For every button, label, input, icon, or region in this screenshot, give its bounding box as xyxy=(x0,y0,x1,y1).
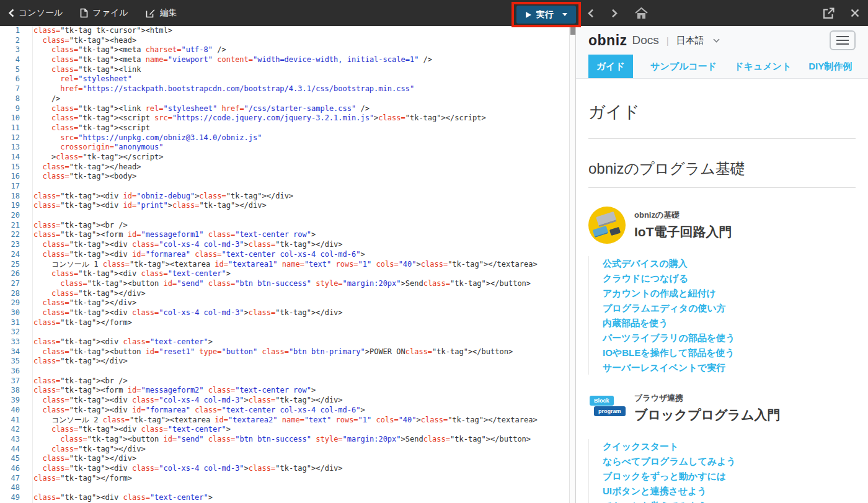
line-number: 21 xyxy=(0,221,27,231)
code-line[interactable]: 23 class="tk-tag"><div class="col-xs-4 c… xyxy=(0,240,569,250)
hamburger-menu-button[interactable] xyxy=(830,30,856,50)
code-line[interactable]: 8 /> xyxy=(0,94,569,104)
doc-link[interactable]: クイックスタート xyxy=(603,439,856,453)
code-line[interactable]: 24 class="tk-tag"><div id="formarea" cla… xyxy=(0,250,569,260)
doc-link[interactable]: UIボタンと連携させよう xyxy=(603,484,856,498)
code-line[interactable]: 49class="tk-tag"><div class="text-center… xyxy=(0,493,569,503)
doc-link[interactable]: サーバーレスイベントで実行 xyxy=(603,360,856,375)
line-number: 23 xyxy=(0,240,27,250)
code-line[interactable]: 31class="tk-tag"></form> xyxy=(0,318,569,328)
back-button[interactable] xyxy=(588,9,594,18)
code-line[interactable]: 13 crossorigin="anonymous" xyxy=(0,143,569,153)
code-text: class="tk-tag"><div class="col-xs-4 col-… xyxy=(27,308,343,318)
code-line[interactable]: 37class="tk-tag"><br /> xyxy=(0,376,569,386)
code-line[interactable]: 22class="tk-tag"><form id="messageform1"… xyxy=(0,230,569,240)
doc-link[interactable]: プログラムエディタの使い方 xyxy=(603,301,856,315)
code-line[interactable]: 21class="tk-tag"><br /> xyxy=(0,221,569,231)
code-line[interactable]: 45 class="tk-tag"></div> xyxy=(0,454,569,464)
code-line[interactable]: 6 rel="stylesheet" xyxy=(0,74,569,84)
close-button[interactable] xyxy=(851,9,859,17)
code-line[interactable]: 11 class="tk-tag"><script xyxy=(0,123,569,133)
code-line[interactable]: 40 class="tk-tag"><div id="formarea" cla… xyxy=(0,406,569,416)
doc-link[interactable]: アカウントの作成と紐付け xyxy=(603,286,856,300)
code-line[interactable]: 17 xyxy=(0,182,569,192)
code-lines: 1class="tk-tag tk-cursor"><html>2 class=… xyxy=(0,26,569,503)
code-line[interactable]: 12 src="https://unpkg.com/obniz@3.14.0/o… xyxy=(0,133,569,143)
tab-guide[interactable]: ガイド xyxy=(588,55,633,78)
code-line[interactable]: 1class="tk-tag tk-cursor"><html> xyxy=(0,26,569,36)
code-line[interactable]: 25 コンソール 1 class="tk-tag"><textarea id="… xyxy=(0,260,569,270)
code-line[interactable]: 26 class="tk-tag"><div class="text-cente… xyxy=(0,269,569,279)
code-line[interactable]: 42 class="tk-tag"><div class="text-cente… xyxy=(0,425,569,435)
code-line[interactable]: 30 class="tk-tag"><div class="col-xs-4 c… xyxy=(0,308,569,318)
tab-sample-code[interactable]: サンプルコード xyxy=(650,55,717,78)
doc-link[interactable]: クラウドにつなげる xyxy=(603,271,856,285)
line-number: 12 xyxy=(0,133,27,143)
console-button[interactable]: コンソール xyxy=(9,7,63,19)
code-line[interactable]: 41 コンソール 2 class="tk-tag"><textarea id="… xyxy=(0,416,569,425)
editor-scrollbar[interactable] xyxy=(569,26,575,503)
group-kicker: obnizの基礎 xyxy=(634,210,732,221)
code-line[interactable]: 43 class="tk-tag"><button id="send" clas… xyxy=(0,435,569,445)
code-line[interactable]: 20 xyxy=(0,211,569,221)
code-text: class="tk-tag"></div> xyxy=(27,445,146,455)
group-kicker: ブラウザ連携 xyxy=(634,393,780,404)
file-button[interactable]: ファイル xyxy=(80,7,128,19)
code-line[interactable]: 48 xyxy=(0,483,569,493)
run-button[interactable]: 実行 xyxy=(516,6,576,24)
code-line[interactable]: 38class="tk-tag"><form id="messageform2"… xyxy=(0,386,569,396)
code-line[interactable]: 5 class="tk-tag"><link xyxy=(0,65,569,75)
tab-document[interactable]: ドキュメント xyxy=(734,55,791,78)
code-text xyxy=(27,483,33,493)
code-line[interactable]: 33class="tk-tag"><div class="text-center… xyxy=(0,337,569,347)
edit-button[interactable]: 編集 xyxy=(146,7,177,19)
code-text: class="tk-tag"><button id="reset1" type=… xyxy=(27,347,513,357)
code-line[interactable]: 16 class="tk-tag"><body> xyxy=(0,172,569,182)
code-text: class="tk-tag"></form> xyxy=(27,318,132,328)
code-line[interactable]: 47class="tk-tag"></form> xyxy=(0,474,569,484)
code-line[interactable]: 44 class="tk-tag"></div> xyxy=(0,445,569,455)
code-line[interactable]: 39 class="tk-tag"><div class="col-xs-4 c… xyxy=(0,396,569,406)
doc-link[interactable]: パーツライブラリの部品を使う xyxy=(603,331,856,345)
code-line[interactable]: 9 class="tk-tag"><link rel="stylesheet" … xyxy=(0,104,569,114)
code-line[interactable]: 14 >class="tk-tag"></script> xyxy=(0,153,569,162)
code-text: class="tk-tag"><div class="col-xs-4 col-… xyxy=(27,240,343,250)
line-number: 49 xyxy=(0,493,27,503)
code-line[interactable]: 10 class="tk-tag"><script src="https://c… xyxy=(0,114,569,123)
run-dropdown-caret-icon[interactable] xyxy=(562,13,567,16)
code-line[interactable]: 32 xyxy=(0,327,569,337)
doc-link[interactable]: IOやBLEを操作して部品を使う xyxy=(603,345,856,360)
doc-link[interactable]: 内蔵部品を使う xyxy=(603,316,856,330)
home-button[interactable] xyxy=(635,7,648,19)
line-number: 40 xyxy=(0,406,27,416)
code-line[interactable]: 7 href="https://stackpath.bootstrapcdn.c… xyxy=(0,84,569,94)
code-line[interactable]: 19class="tk-tag"><div id="print">class="… xyxy=(0,201,569,211)
code-line[interactable]: 46 class="tk-tag"><div class="col-xs-4 c… xyxy=(0,464,569,474)
code-line[interactable]: 18class="tk-tag"><div id="obniz-debug">c… xyxy=(0,192,569,202)
code-line[interactable]: 35class="tk-tag"></div> xyxy=(0,357,569,367)
code-editor[interactable]: 1class="tk-tag tk-cursor"><html>2 class=… xyxy=(0,26,575,503)
code-line[interactable]: 34 class="tk-tag"><button id="reset1" ty… xyxy=(0,347,569,357)
code-text: class="tk-tag"></div> xyxy=(27,357,128,367)
editor-scrollbar-thumb[interactable] xyxy=(570,27,575,35)
doc-link[interactable]: できごとを覚えてみよう xyxy=(603,499,856,503)
doc-link[interactable]: ならべてプログラムしてみよう xyxy=(603,454,856,468)
line-number: 17 xyxy=(0,182,27,192)
language-selector[interactable]: 日本語 xyxy=(676,35,720,47)
code-line[interactable]: 29 class="tk-tag"></div> xyxy=(0,298,569,308)
code-line[interactable]: 15 class="tk-tag"></head> xyxy=(0,162,569,172)
doc-link[interactable]: ブロックをずっと動かすには xyxy=(603,469,856,483)
code-line[interactable]: 27 class="tk-tag"><button id="send" clas… xyxy=(0,279,569,289)
code-line[interactable]: 36 xyxy=(0,367,569,376)
code-line[interactable]: 28 class="tk-tag"></div> xyxy=(0,289,569,299)
line-number: 6 xyxy=(0,74,27,84)
line-number: 28 xyxy=(0,289,27,299)
tab-diy-examples[interactable]: DIY制作例 xyxy=(808,55,852,78)
doc-link[interactable]: 公式デバイスの購入 xyxy=(603,256,856,270)
code-line[interactable]: 2 class="tk-tag"><head> xyxy=(0,36,569,46)
open-external-button[interactable] xyxy=(823,7,835,19)
line-number: 18 xyxy=(0,192,27,202)
code-line[interactable]: 4 class="tk-tag"><meta name="viewport" c… xyxy=(0,55,569,65)
forward-button[interactable] xyxy=(611,9,618,18)
code-line[interactable]: 3 class="tk-tag"><meta charset="utf-8" /… xyxy=(0,45,569,55)
